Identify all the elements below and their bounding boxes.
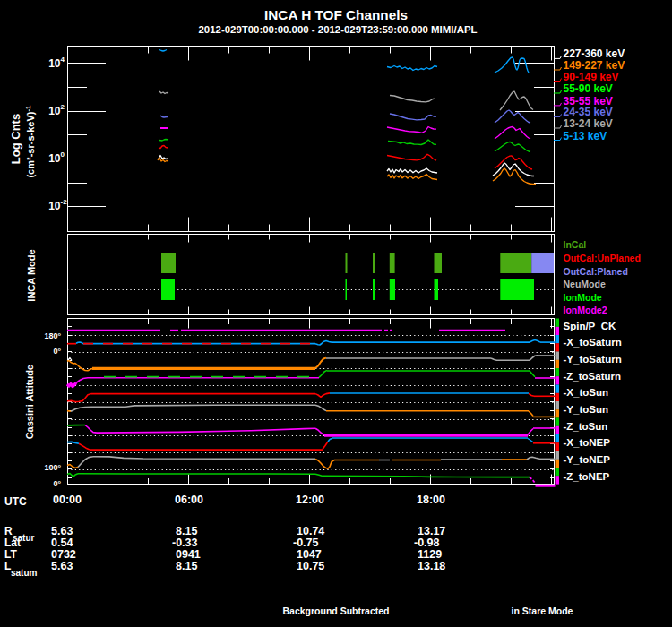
svg-text:-Y_toSaturn: -Y_toSaturn	[564, 354, 622, 365]
svg-text:-Y_toSun: -Y_toSun	[564, 404, 608, 415]
svg-text:InCal: InCal	[564, 239, 587, 250]
svg-text:2: 2	[61, 103, 65, 111]
svg-text:INCA Mode: INCA Mode	[26, 249, 37, 301]
svg-text:90-149 keV: 90-149 keV	[564, 71, 619, 83]
svg-text:OutCal:UnPlaned: OutCal:UnPlaned	[564, 253, 641, 263]
svg-text:in Stare Mode: in Stare Mode	[512, 606, 573, 616]
svg-text:Spin/P_CK: Spin/P_CK	[564, 321, 616, 331]
svg-text:-Z_toSaturn: -Z_toSaturn	[564, 371, 622, 382]
svg-text:5.63: 5.63	[51, 525, 73, 537]
svg-text:-0.33: -0.33	[172, 537, 198, 549]
svg-text:INCA H TOF Channels: INCA H TOF Channels	[264, 7, 408, 22]
svg-text:2012-029T00:00:00.000 - 2012-0: 2012-029T00:00:00.000 - 2012-029T23:59:0…	[199, 24, 478, 35]
svg-text:-0.75: -0.75	[293, 537, 319, 549]
svg-text:NeuMode: NeuMode	[564, 279, 606, 289]
svg-text:5-13 keV: 5-13 keV	[564, 130, 607, 142]
svg-text:(cm²-sr-s-keV)-1: (cm²-sr-s-keV)-1	[24, 105, 36, 178]
svg-text:-2: -2	[61, 198, 68, 206]
svg-text:180°: 180°	[44, 331, 61, 340]
svg-text:-Y_toNEP: -Y_toNEP	[564, 454, 611, 465]
svg-text:4: 4	[61, 56, 65, 64]
svg-text:00:00: 00:00	[53, 494, 82, 506]
svg-text:0732: 0732	[51, 548, 76, 561]
svg-text:55-90 keV: 55-90 keV	[564, 82, 613, 95]
svg-text:06:00: 06:00	[175, 494, 203, 506]
svg-text:-X_toSaturn: -X_toSaturn	[564, 337, 622, 348]
svg-text:8.15: 8.15	[176, 525, 197, 537]
svg-text:8.15: 8.15	[176, 560, 197, 572]
svg-text:-Z_toSun: -Z_toSun	[564, 421, 608, 432]
svg-text:Cassini Attitude: Cassini Attitude	[25, 365, 36, 439]
svg-text:13-24 keV: 13-24 keV	[564, 117, 613, 130]
svg-text:10.74: 10.74	[297, 525, 324, 537]
svg-text:1129: 1129	[418, 548, 442, 561]
svg-text:10: 10	[48, 200, 61, 212]
svg-text:-0.98: -0.98	[414, 537, 440, 549]
svg-text:0°: 0°	[53, 479, 61, 488]
svg-text:Log Cnts: Log Cnts	[9, 114, 22, 164]
svg-text:Background Subtracted: Background Subtracted	[282, 606, 389, 616]
svg-text:100°: 100°	[44, 463, 61, 472]
svg-text:-Z_toNEP: -Z_toNEP	[564, 471, 610, 482]
svg-text:Lat: Lat	[4, 537, 21, 549]
svg-text:-X_toSun: -X_toSun	[564, 387, 608, 398]
svg-text:LT: LT	[4, 548, 17, 561]
svg-text:10: 10	[48, 152, 61, 165]
svg-text:IonMode2: IonMode2	[564, 305, 607, 315]
svg-text:0941: 0941	[176, 548, 201, 561]
svg-text:0: 0	[61, 150, 65, 159]
svg-text:0°: 0°	[53, 347, 61, 356]
svg-text:R: R	[4, 525, 13, 537]
svg-text:satum: satum	[11, 568, 38, 578]
svg-text:18:00: 18:00	[417, 494, 445, 506]
svg-text:UTC: UTC	[4, 495, 27, 508]
svg-text:1047: 1047	[297, 548, 322, 561]
svg-text:IonMode: IonMode	[564, 292, 602, 303]
svg-text:0.54: 0.54	[51, 537, 73, 549]
svg-text:13.17: 13.17	[418, 525, 445, 537]
svg-text:-X_toNEP: -X_toNEP	[564, 437, 611, 448]
svg-text:OutCal:Planed: OutCal:Planed	[564, 266, 628, 277]
svg-text:12:00: 12:00	[296, 494, 324, 506]
svg-text:5.63: 5.63	[51, 560, 73, 572]
svg-text:10: 10	[48, 105, 61, 117]
svg-text:13.18: 13.18	[418, 560, 445, 572]
svg-text:10: 10	[48, 57, 61, 70]
svg-text:10.75: 10.75	[297, 560, 324, 572]
